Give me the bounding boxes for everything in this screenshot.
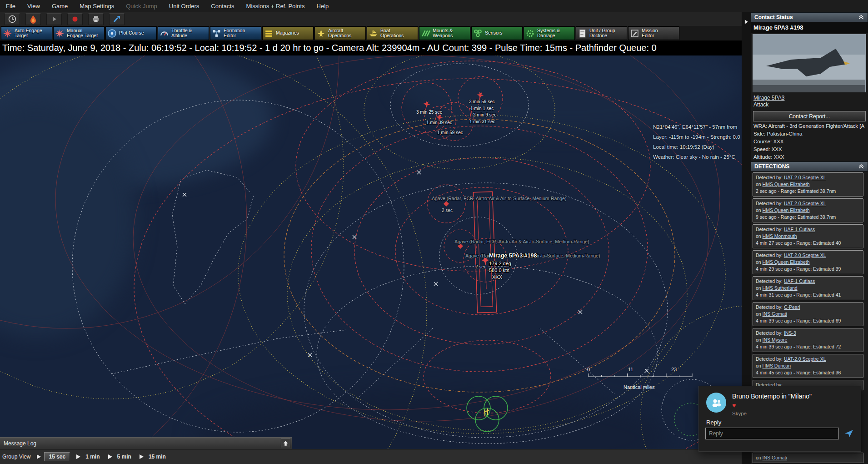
ribbon-sensors-button[interactable]: Sensors (471, 26, 523, 40)
menu-help[interactable]: Help (311, 3, 335, 10)
ribbon-formation-editor-button[interactable]: FormationEditor (210, 26, 261, 40)
menu-contacts[interactable]: Contacts (205, 3, 240, 10)
detection-entry[interactable]: Detected by: UAT-2.0 Sceptre XL on HMS Q… (753, 198, 863, 222)
message-log-expand-button[interactable] (281, 439, 290, 448)
detection-entry[interactable]: Detected by: UAF-1 Cutlass on HMS Monmou… (753, 224, 863, 248)
jump-button[interactable] (109, 13, 125, 25)
detection-entry[interactable]: Detected by: UAT-2.0 Sceptre XL on HMS D… (753, 354, 863, 378)
detection-sensor-link[interactable]: UAT-2.0 Sceptre XL (784, 252, 826, 258)
speed-label[interactable]: 15 sec (44, 452, 70, 461)
ribbon-label: Damage (537, 33, 560, 39)
detection-entry[interactable]: Detected by: UAT-2.0 Sceptre XL on HMS Q… (753, 172, 863, 197)
sidebar-collapse-button[interactable] (743, 15, 750, 29)
clock-button[interactable] (5, 13, 20, 25)
ribbon-throttle-altitude-button[interactable]: Throttle &Altitude (158, 26, 209, 40)
detection-entry-bottom-partial[interactable]: on INS Gomati (753, 453, 863, 463)
ribbon-boat-operations-button[interactable]: BoatOperations (367, 26, 418, 40)
detection-sensor-link[interactable]: UAF-1 Cutlass (784, 278, 815, 284)
emitter-label: Agave (Radar, FCR, Air-to-Air & Air-to-S… (432, 196, 566, 201)
menu-file[interactable]: File (0, 3, 21, 10)
contact-status-header[interactable]: Contact Status (751, 12, 868, 22)
record-button[interactable] (67, 13, 83, 25)
emitter-age: 2 sec (475, 264, 486, 269)
throttle-altitude-icon (160, 29, 169, 38)
play-icon (50, 15, 59, 24)
speed-label[interactable]: 5 min (115, 453, 133, 461)
time-comp극ression-1min[interactable]: 1 min (76, 453, 101, 461)
on-label: on (756, 233, 761, 239)
jump-arrow-icon (112, 15, 121, 24)
detection-platform-link[interactable]: HMS Queen Elizabeth (763, 259, 810, 265)
right-arrow-icon (743, 19, 749, 25)
menu-map-settings[interactable]: Map Settings (74, 3, 120, 10)
send-icon[interactable] (843, 428, 854, 439)
detection-platform-link[interactable]: HMS Duncan (763, 363, 791, 368)
menu-missions-ref-points[interactable]: Missions + Ref. Points (240, 3, 311, 10)
detection-sensor-link[interactable]: C-Pearl (784, 304, 800, 310)
detection-platform-link[interactable]: HMS Queen Elizabeth (763, 182, 810, 187)
collapse-chevrons-icon[interactable] (858, 15, 864, 20)
ribbon-mounts-weapons-button[interactable]: Mounts &Weapons (419, 26, 470, 40)
clock-icon (8, 15, 17, 24)
ribbon-mission-editor-button[interactable]: MissionEditor (628, 26, 679, 40)
detections-header-label: DETECTIONS (754, 163, 789, 170)
printer-button[interactable] (88, 13, 104, 25)
collapse-chevrons-icon[interactable] (858, 164, 864, 169)
speed-label[interactable]: 15 min (147, 453, 168, 461)
menu-game[interactable]: Game (46, 3, 74, 10)
message-log-bar[interactable]: Message Log (0, 437, 292, 449)
message-log-label: Message Log (4, 440, 36, 447)
detections-header[interactable]: DETECTIONS (751, 161, 868, 171)
auto-engage-icon (3, 29, 12, 38)
detection-entry[interactable]: Detected by: UAT-2.0 Sceptre XL on HMS Q… (753, 250, 863, 274)
cursor-localtime-info: Local time: 10:19:52 (Day) (653, 144, 714, 150)
detection-platform-link[interactable]: HMS Monmouth (763, 233, 797, 239)
skype-notification-toast[interactable]: Bruno Bontempo in "Milano" ♥ Skype Reply (698, 386, 861, 452)
detection-entry[interactable]: Detected by: INS-3 on INS Mysore 4 min 3… (753, 328, 863, 352)
detection-platform-link[interactable]: HMS Sutherland (763, 285, 798, 291)
group-view-toggle[interactable]: Group View (2, 454, 30, 460)
detection-platform-link[interactable]: INS Gomati (763, 311, 787, 317)
speed-label[interactable]: 1 min (84, 453, 101, 461)
ribbon-auto-engage-target-button[interactable]: Auto EngageTarget (1, 26, 52, 40)
detection-platform-link[interactable]: INS Gomati (763, 455, 787, 460)
flame-button[interactable] (25, 13, 41, 25)
mission-editor-icon (630, 29, 639, 38)
detection-sensor-link[interactable]: UAF-1 Cutlass (784, 227, 815, 232)
ribbon-unit-group-doctrine-button[interactable]: Unit / GroupDoctrine (576, 26, 627, 40)
contact-side-line: Side: Pakistan-China (751, 131, 868, 138)
contact-speed-line: Speed: XXX (751, 146, 868, 154)
ribbon-systems-damage-button[interactable]: Systems &Damage (524, 26, 575, 40)
scale-units: Nautical miles (624, 384, 655, 390)
unit-class-link[interactable]: Mirage 5PA3 (751, 93, 868, 101)
reply-input[interactable] (705, 428, 839, 439)
detection-entry[interactable]: Detected by: UAF-1 Cutlass on HMS Suther… (753, 276, 863, 300)
detection-platform-link[interactable]: INS Mysore (763, 337, 788, 343)
time-compression-5min[interactable]: 5 min (108, 453, 133, 461)
detected-by-label: Detected by: (756, 356, 783, 362)
detection-platform-link[interactable]: HMS Queen Elizabeth (763, 207, 810, 213)
menu-quick-jump[interactable]: Quick Jump (120, 3, 163, 10)
detection-entry[interactable]: Detected by: C-Pearl on INS Gomati 4 min… (753, 302, 863, 326)
detection-sensor-link[interactable]: UAT-2.0 Sceptre XL (784, 356, 826, 362)
detection-sensor-link[interactable]: UAT-2.0 Sceptre XL (784, 201, 826, 206)
ribbon-label: Plot Course (119, 30, 144, 36)
menu-unit-orders[interactable]: Unit Orders (163, 3, 205, 10)
ribbon-aircraft-operations-button[interactable]: AircraftOperations (314, 26, 366, 40)
ribbon-plot-course-button[interactable]: Plot Course (105, 26, 157, 40)
detection-sensor-link[interactable]: UAT-2.0 Sceptre XL (784, 175, 826, 180)
ribbon-manual-engage-target-button[interactable]: ManualEngage Target (53, 26, 105, 40)
contact-name-title: Mirage 5PA3 #198 (751, 22, 868, 33)
on-label: on (756, 182, 761, 187)
contact-report-button[interactable]: Contact Report... (753, 111, 866, 121)
tactical-map[interactable]: 3 min 59 sec 1 min 1 sec 2 min 9 sec 1 m… (0, 55, 742, 449)
detected-by-label: Detected by: (756, 278, 783, 284)
menu-view[interactable]: View (21, 3, 46, 10)
cursor-position-info: N21°04'46", E64°11'57" - 57nm from (653, 124, 737, 130)
time-compression-15sec[interactable]: 15 sec (37, 452, 70, 461)
play-button[interactable] (46, 13, 62, 25)
time-compression-15min[interactable]: 15 min (140, 453, 168, 461)
toast-app-name: Skype (732, 411, 812, 416)
detection-sensor-link[interactable]: INS-3 (784, 330, 796, 336)
ribbon-magazines-button[interactable]: Magazines (262, 26, 314, 40)
